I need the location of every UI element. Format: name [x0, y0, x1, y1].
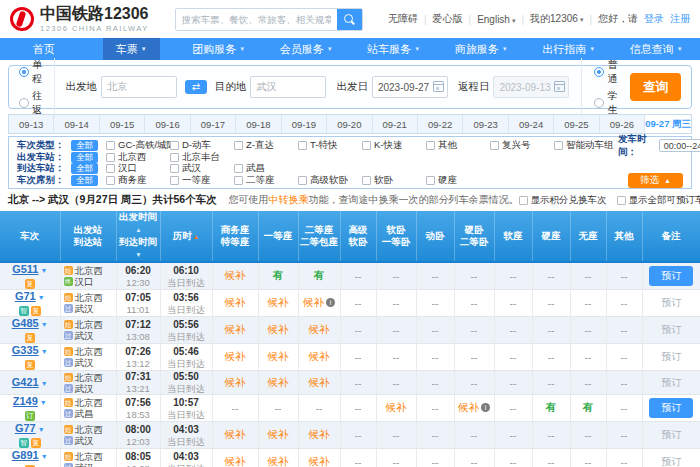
date-tab-09-21[interactable]: 09-21: [372, 115, 417, 133]
train-number-link[interactable]: G77: [15, 422, 36, 434]
transfer-link[interactable]: 中转换乘: [269, 194, 309, 205]
filter-all-button[interactable]: 全部: [71, 175, 98, 186]
train-number-link[interactable]: G891: [12, 449, 39, 461]
summary-checkbox-显示全部可预订车次[interactable]: 显示全部可预订车次: [617, 194, 700, 207]
topbar-link-2[interactable]: 爱心版: [433, 12, 463, 26]
filter-option-T-特快[interactable]: T-特快: [298, 139, 352, 152]
topbar-links: 无障碍|爱心版|English▾|我的12306▾|: [388, 12, 592, 26]
chevron-down-icon[interactable]: ▼: [40, 267, 47, 274]
train-number-link[interactable]: G71: [15, 290, 36, 302]
passenger-type-学生[interactable]: 学生: [594, 89, 617, 117]
departure-station: 始北京西: [61, 346, 116, 357]
date-tab-09-19[interactable]: 09-19: [281, 115, 326, 133]
column-header-商务座: 商务座特等座: [212, 211, 258, 262]
nav-item-团购服务[interactable]: 团购服务▼: [175, 38, 263, 60]
arrival-note: 当日到达: [161, 463, 212, 467]
date-tab-09-14[interactable]: 09-14: [53, 115, 98, 133]
arrival-station: 过武昌: [61, 408, 116, 419]
seat-status: --: [393, 429, 400, 441]
date-tab-09-22[interactable]: 09-22: [417, 115, 462, 133]
register-link[interactable]: 注册: [670, 12, 690, 26]
filter-all-button[interactable]: 全部: [71, 152, 98, 163]
nav-item-车票[interactable]: 车票▼: [88, 38, 176, 60]
filter-option-智能动车组[interactable]: 智能动车组: [554, 139, 608, 152]
filter-option-二等座[interactable]: 二等座: [234, 174, 288, 187]
seat-status: --: [355, 377, 362, 389]
filter-apply-button[interactable]: 筛选▲: [628, 173, 683, 188]
nav-item-会员服务[interactable]: 会员服务▼: [263, 38, 351, 60]
train-number-link[interactable]: G335: [12, 344, 39, 356]
seat-status: --: [621, 351, 628, 363]
seat-status: --: [471, 270, 478, 282]
date-tab-09-20[interactable]: 09-20: [326, 115, 371, 133]
brand-logo[interactable]: 中国铁路12306 12306 CHINA RAILWAY: [10, 6, 149, 33]
date-tab-09-24[interactable]: 09-24: [508, 115, 553, 133]
passenger-type-普通[interactable]: 普通: [594, 58, 617, 86]
seat-cell: --: [570, 449, 606, 467]
filter-option-软卧[interactable]: 软卧: [362, 174, 416, 187]
date-tab-active[interactable]: 09-27 周三: [644, 115, 691, 133]
chevron-down-icon[interactable]: ▼: [41, 321, 48, 328]
to-input[interactable]: [250, 76, 326, 98]
query-button[interactable]: 查询: [630, 73, 681, 101]
trip-type-往返[interactable]: 往返: [19, 89, 42, 117]
nav-item-商旅服务[interactable]: 商旅服务▼: [438, 38, 526, 60]
filter-option-其他[interactable]: 其他: [426, 139, 480, 152]
trip-type-单程[interactable]: 单程: [19, 58, 42, 86]
from-input[interactable]: [101, 76, 177, 98]
nav-item-站车服务[interactable]: 站车服务▼: [350, 38, 438, 60]
date-tab-09-13[interactable]: 09-13: [9, 115, 53, 133]
seat-status: 候补: [268, 323, 289, 335]
train-number-link[interactable]: G421: [12, 376, 39, 388]
depart-time-select[interactable]: 00:00--24:00▾: [659, 139, 700, 152]
date-tab-09-26[interactable]: 09-26: [599, 115, 644, 133]
nav-item-信息查询[interactable]: 信息查询▼: [613, 38, 700, 60]
filter-option-K-快速[interactable]: K-快速: [362, 139, 416, 152]
filter-option-Z-直达[interactable]: Z-直达: [234, 139, 288, 152]
date-tab-09-23[interactable]: 09-23: [462, 115, 507, 133]
filter-option-高级软卧[interactable]: 高级软卧: [298, 174, 352, 187]
filter-option-label: 高级软卧: [310, 174, 348, 187]
date-tab-09-15[interactable]: 09-15: [99, 115, 144, 133]
login-link[interactable]: 登录: [644, 12, 664, 26]
seat-cell: --: [454, 422, 494, 449]
column-header-出发时间[interactable]: 出发时间▲到达时间▼: [116, 211, 160, 262]
book-button[interactable]: 预订: [649, 398, 693, 418]
checkbox-icon: [554, 141, 563, 150]
swap-stations-icon[interactable]: ⇄: [185, 80, 207, 94]
chevron-down-icon[interactable]: ▼: [38, 294, 45, 301]
filter-option-硬座[interactable]: 硬座: [426, 174, 480, 187]
train-number-link[interactable]: Z149: [13, 395, 38, 407]
chevron-down-icon[interactable]: ▼: [41, 380, 48, 387]
chevron-down-icon[interactable]: ▼: [41, 348, 48, 355]
book-button[interactable]: 预订: [649, 266, 693, 286]
radio-label: 学生: [607, 89, 617, 117]
train-number-link[interactable]: G511: [12, 263, 38, 275]
chevron-down-icon[interactable]: ▼: [38, 426, 45, 433]
date-tab-09-18[interactable]: 09-18: [235, 115, 280, 133]
filter-all-button[interactable]: 全部: [71, 140, 98, 151]
station-type-icon: 始: [64, 347, 73, 356]
filter-option-复兴号[interactable]: 复兴号: [490, 139, 544, 152]
chevron-down-icon[interactable]: ▼: [40, 399, 47, 406]
date-tab-09-17[interactable]: 09-17: [190, 115, 235, 133]
search-input[interactable]: [176, 9, 337, 30]
radio-icon: [594, 98, 604, 108]
column-header-历时[interactable]: 历时▲: [160, 211, 212, 262]
search-button[interactable]: [337, 9, 362, 30]
train-number-link[interactable]: G485: [12, 317, 39, 329]
date-tab-09-16[interactable]: 09-16: [144, 115, 189, 133]
filter-option-商务座[interactable]: 商务座: [106, 174, 160, 187]
chevron-down-icon[interactable]: ▼: [41, 453, 48, 460]
filter-option-一等座[interactable]: 一等座: [170, 174, 224, 187]
calendar-icon[interactable]: [433, 81, 444, 92]
seat-cell: --: [340, 344, 376, 371]
summary-checkbox-显示积分兑换车次[interactable]: 显示积分兑换车次: [519, 194, 607, 207]
topbar-link-4[interactable]: 我的12306▾: [530, 12, 583, 26]
date-tab-09-25[interactable]: 09-25: [553, 115, 598, 133]
arrival-time: 12:08: [117, 463, 160, 467]
topbar-link-1[interactable]: 无障碍: [388, 12, 418, 26]
filter-panel: 车次类型：全部GC-高铁/城际D-动车Z-直达T-特快K-快速其他复兴号智能动车…: [8, 136, 692, 189]
topbar-link-3[interactable]: English▾: [477, 14, 515, 25]
filter-all-button[interactable]: 全部: [71, 163, 98, 174]
